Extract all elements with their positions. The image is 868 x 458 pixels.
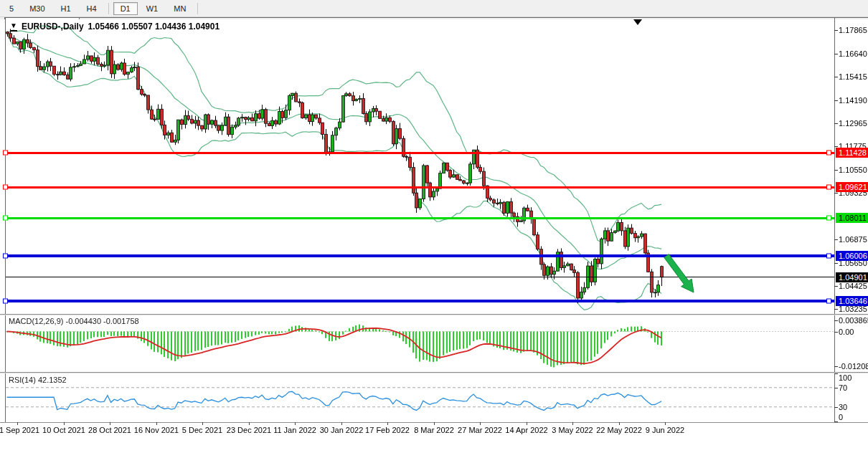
price-tick-label: 1.10550 xyxy=(839,166,867,174)
date-label: 23 Dec 2021 xyxy=(227,426,271,434)
price-box-1.11428: 1.11428 xyxy=(836,148,868,158)
date-tick-mark xyxy=(434,422,435,425)
date-tick-mark xyxy=(202,422,203,425)
macd-tick-mark xyxy=(834,366,838,367)
timeframe-toolbar: 5M30H1H4D1W1MN xyxy=(0,0,868,17)
date-label: 27 Mar 2022 xyxy=(458,426,502,434)
price-box-1.04901: 1.04901 xyxy=(836,272,868,282)
chart-ohlc-values: 1.05466 1.05507 1.04436 1.04901 xyxy=(88,22,220,32)
price-tick-label: 1.16640 xyxy=(839,49,867,58)
hline-support-blue-1-handle-left[interactable] xyxy=(3,254,8,259)
hline-resistance-2[interactable] xyxy=(6,186,834,189)
price-box-1.06006: 1.06006 xyxy=(836,251,868,261)
quick-trade-dropdown-icon[interactable]: ▼ xyxy=(10,22,17,32)
date-tick-mark xyxy=(341,422,342,425)
price-tick-mark xyxy=(834,77,838,77)
rsi-tick-mark xyxy=(834,388,838,388)
rsi-pane-separator-hl xyxy=(0,373,868,373)
timeframe-button-h1[interactable]: H1 xyxy=(54,2,78,15)
date-tick-mark xyxy=(295,422,296,425)
date-label: 16 Nov 2021 xyxy=(134,426,179,434)
rsi-tick-label: 100 xyxy=(839,373,852,382)
hline-support-blue-2-handle-left[interactable] xyxy=(3,299,8,304)
hline-resistance-1[interactable] xyxy=(6,152,834,154)
macd-tick-label: 0.003865 xyxy=(839,316,868,325)
hline-support-blue-1[interactable] xyxy=(6,254,834,257)
rsi-tick-label: 70 xyxy=(839,383,847,392)
hline-current-price-line[interactable] xyxy=(6,277,834,277)
rsi-tick-label: 0 xyxy=(839,413,843,421)
date-tick-mark xyxy=(249,422,250,425)
macd-tick-label: 0.00 xyxy=(839,328,854,336)
rsi-tick-mark xyxy=(834,373,838,374)
date-label: 21 Sep 2021 xyxy=(0,426,39,434)
date-tick-mark xyxy=(619,422,620,425)
price-tick-mark xyxy=(834,309,838,310)
price-box-1.03646: 1.03646 xyxy=(836,296,868,306)
timeframe-button-m30[interactable]: M30 xyxy=(22,2,52,15)
timeframe-button-5[interactable]: 5 xyxy=(2,2,21,15)
price-tick-mark xyxy=(834,263,838,264)
date-label: 3 May 2022 xyxy=(552,426,593,434)
date-label: 14 Apr 2022 xyxy=(505,426,547,434)
macd-label: MACD(12,26,9) -0.004430 -0.001758 xyxy=(9,317,139,325)
mt4-chart-window: 5M30H1H4D1W1MN ▼ EURUSD-,Daily 1.05466 1… xyxy=(0,0,868,458)
date-tick-mark xyxy=(156,422,157,425)
date-label: 11 Jan 2022 xyxy=(273,426,316,434)
hline-resistance-2-handle-left[interactable] xyxy=(3,185,8,190)
date-label: 8 Mar 2022 xyxy=(414,426,454,434)
price-tick-label: 1.04425 xyxy=(839,282,867,290)
price-tick-label: 1.06875 xyxy=(839,235,867,244)
price-tick-mark xyxy=(834,146,838,147)
date-tick-mark xyxy=(387,422,388,425)
rsi-tick-label: 30 xyxy=(839,403,847,411)
price-tick-mark xyxy=(834,193,838,194)
date-label: 22 May 2022 xyxy=(596,426,642,434)
macd-tick-mark xyxy=(834,332,838,333)
date-tick-mark xyxy=(665,422,666,425)
price-tick-mark xyxy=(834,239,838,240)
price-tick-label: 1.17865 xyxy=(839,26,867,34)
price-tick-mark xyxy=(834,54,838,54)
timeframe-button-h4[interactable]: H4 xyxy=(80,2,104,15)
chart-title: ▼ EURUSD-,Daily 1.05466 1.05507 1.04436 … xyxy=(10,22,220,32)
price-box-1.09621: 1.09621 xyxy=(836,182,868,192)
hline-support-green-handle-right[interactable] xyxy=(826,216,831,221)
toolbar-separator xyxy=(108,3,109,14)
date-tick-mark xyxy=(527,422,527,425)
chart-frame-top xyxy=(5,17,868,18)
rsi-tick-mark xyxy=(834,407,838,408)
macd-tick-label: -0.01208 xyxy=(839,362,868,371)
price-tick-label: 1.12965 xyxy=(839,119,867,128)
date-tick-mark xyxy=(110,422,110,425)
date-label: 28 Oct 2021 xyxy=(88,426,131,434)
price-axis-separator xyxy=(834,17,835,423)
hline-support-blue-2[interactable] xyxy=(6,300,834,302)
price-tick-mark xyxy=(834,123,838,124)
timeframe-button-w1[interactable]: W1 xyxy=(139,2,166,15)
date-tick-mark xyxy=(572,422,573,425)
price-tick-mark xyxy=(834,170,838,171)
date-label: 9 Jun 2022 xyxy=(646,426,684,434)
timeframe-button-mn[interactable]: MN xyxy=(166,2,193,15)
hline-support-green[interactable] xyxy=(6,217,834,219)
hline-resistance-1-handle-left[interactable] xyxy=(3,151,8,156)
rsi-tick-mark xyxy=(834,421,838,422)
hline-support-blue-1-handle-right[interactable] xyxy=(826,254,831,259)
hline-support-green-handle-left[interactable] xyxy=(3,216,8,221)
timeframe-button-d1[interactable]: D1 xyxy=(113,2,138,15)
date-tick-mark xyxy=(480,422,481,425)
price-tick-mark xyxy=(834,30,838,31)
price-tick-label: 1.15415 xyxy=(839,72,867,81)
price-tick-mark xyxy=(834,100,838,101)
date-label: 10 Oct 2021 xyxy=(42,426,85,434)
date-label: 5 Dec 2021 xyxy=(182,426,222,434)
date-label: 30 Jan 2022 xyxy=(320,426,364,434)
date-tick-mark xyxy=(64,422,65,425)
hline-resistance-1-handle-right[interactable] xyxy=(826,151,831,156)
date-label: 17 Feb 2022 xyxy=(365,426,410,434)
hline-resistance-2-handle-right[interactable] xyxy=(826,185,831,190)
hline-support-blue-2-handle-right[interactable] xyxy=(826,299,831,304)
macd-tick-mark xyxy=(834,320,838,321)
chart-plot-canvas[interactable] xyxy=(0,0,868,458)
